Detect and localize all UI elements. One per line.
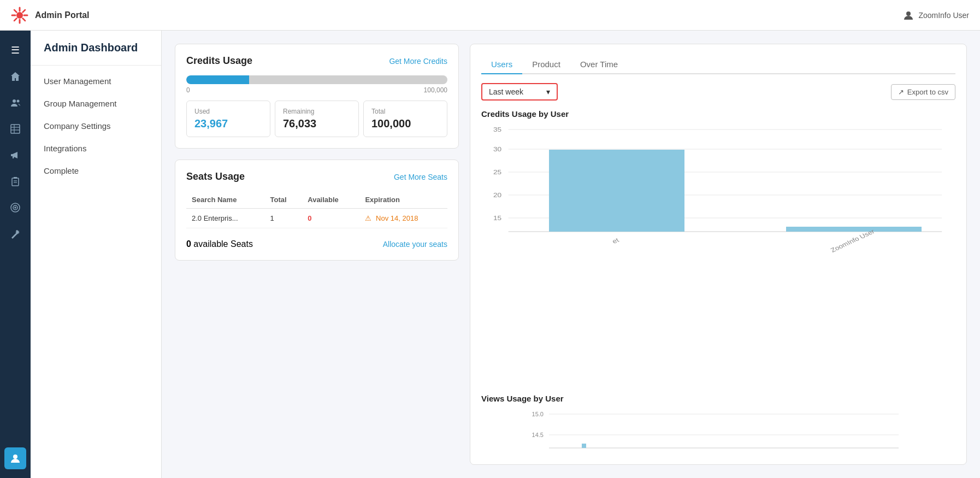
warning-icon: ⚠	[365, 214, 371, 222]
svg-line-7	[23, 10, 26, 13]
svg-text:25: 25	[493, 169, 501, 175]
svg-text:35: 35	[493, 126, 501, 133]
text-sidebar: Admin Dashboard User Management Group Ma…	[31, 31, 162, 478]
svg-text:14.5: 14.5	[532, 432, 544, 438]
bar-chart-2: 15.0 14.5	[481, 410, 955, 453]
bar-zoominfo-user	[786, 227, 922, 232]
col-total: Total	[265, 191, 303, 209]
credits-card-header: Credits Usage Get More Credits	[186, 55, 447, 67]
megaphone-nav-icon[interactable]	[4, 144, 26, 166]
table-nav-icon[interactable]	[4, 118, 26, 140]
svg-point-21	[15, 207, 16, 208]
col-expiration: Expiration	[359, 191, 447, 209]
col-search-name: Search Name	[186, 191, 265, 209]
credits-usage-bar: 0 100,000	[186, 75, 447, 94]
sidebar-item-company-settings[interactable]: Company Settings	[31, 115, 161, 137]
credits-title: Credits Usage	[186, 55, 252, 67]
filter-row: Last week ▾ ↗ Export to csv	[481, 83, 955, 101]
bar-chart-svg-1: 35 30 25 20 15	[481, 125, 955, 256]
chevron-down-icon: ▾	[546, 87, 550, 96]
sidebar-item-integrations[interactable]: Integrations	[31, 137, 161, 160]
stat-remaining: Remaining 76,033	[275, 101, 359, 137]
users-nav-icon[interactable]	[4, 92, 26, 114]
date-filter-label: Last week	[489, 87, 523, 96]
svg-point-11	[17, 100, 20, 103]
home-nav-icon[interactable]	[4, 66, 26, 87]
usage-bar-fill	[186, 75, 249, 84]
tab-product[interactable]: Product	[522, 55, 570, 74]
export-icon: ↗	[898, 88, 904, 96]
bar-chart-1: 35 30 25 20 15	[481, 125, 955, 256]
export-label: Export to csv	[907, 88, 948, 96]
svg-point-0	[16, 12, 23, 19]
credits-card: Credits Usage Get More Credits 0 100,000…	[175, 44, 459, 149]
target-nav-icon[interactable]	[4, 197, 26, 219]
allocate-seats-link[interactable]: Allocate your seats	[383, 240, 447, 249]
top-nav: Admin Portal ZoomInfo User	[0, 0, 980, 31]
sidebar-item-complete[interactable]: Complete	[31, 160, 161, 182]
svg-point-22	[13, 455, 17, 459]
svg-point-9	[906, 11, 911, 16]
svg-rect-12	[11, 125, 20, 133]
svg-text:20: 20	[493, 192, 501, 198]
date-filter-select[interactable]: Last week ▾	[481, 83, 558, 101]
usage-bar-labels: 0 100,000	[186, 86, 447, 94]
bar-label-min: 0	[186, 86, 190, 94]
svg-text:et: et	[611, 237, 621, 245]
seats-table-header-row: Search Name Total Available Expiration	[186, 191, 447, 209]
seats-table-head: Search Name Total Available Expiration	[186, 191, 447, 209]
expiration-text: Nov 14, 2018	[376, 214, 418, 222]
svg-rect-16	[12, 178, 19, 186]
seats-table-body: 2.0 Enterpris... 1 0 ⚠ Nov 14, 2018	[186, 209, 447, 228]
svg-point-10	[13, 99, 16, 103]
row-name: 2.0 Enterpris...	[186, 209, 265, 228]
stat-remaining-label: Remaining	[283, 108, 351, 115]
seats-card: Seats Usage Get More Seats Search Name T…	[175, 160, 459, 261]
tab-over-time[interactable]: Over Time	[570, 55, 628, 74]
stat-used: Used 23,967	[186, 101, 270, 137]
main-layout: ☰ Admin Dashboard User Management Gro	[0, 31, 980, 478]
top-nav-left: Admin Portal	[11, 7, 90, 24]
clipboard-nav-icon[interactable]	[4, 170, 26, 192]
seats-available-text: 0 available Seats	[186, 239, 253, 249]
hamburger-nav-icon[interactable]: ☰	[4, 39, 26, 61]
tabs: Users Product Over Time	[481, 55, 955, 74]
icon-sidebar: ☰	[0, 31, 31, 478]
right-panel: Users Product Over Time Last week ▾ ↗ Ex…	[470, 44, 967, 465]
chart2-title: Views Usage by User	[481, 394, 955, 403]
stat-total-label: Total	[371, 108, 439, 115]
sidebar-item-user-management[interactable]: User Management	[31, 70, 161, 92]
svg-text:15.0: 15.0	[532, 411, 544, 417]
row-available: 0	[302, 209, 359, 228]
stat-used-label: Used	[194, 108, 262, 115]
get-more-credits-link[interactable]: Get More Credits	[389, 57, 447, 66]
row-total: 1	[265, 209, 303, 228]
usage-bar-track	[186, 75, 447, 84]
top-nav-right: ZoomInfo User	[903, 10, 969, 21]
svg-line-5	[14, 10, 17, 13]
get-more-seats-link[interactable]: Get More Seats	[394, 173, 447, 181]
chart-views-usage: Views Usage by User 15.0 14.5	[481, 394, 955, 453]
available-zero-value: 0	[308, 214, 311, 222]
bar-chart2-bar	[582, 444, 586, 448]
sidebar-item-group-management[interactable]: Group Management	[31, 92, 161, 115]
credits-stats: Used 23,967 Remaining 76,033 Total 100,0…	[186, 101, 447, 137]
row-expiration: ⚠ Nov 14, 2018	[359, 209, 447, 228]
stat-remaining-value: 76,033	[283, 117, 351, 130]
wand-nav-icon[interactable]	[4, 223, 26, 245]
bar-label-max: 100,000	[424, 86, 447, 94]
svg-text:15: 15	[493, 215, 501, 221]
export-csv-button[interactable]: ↗ Export to csv	[891, 84, 955, 100]
stat-used-value: 23,967	[194, 117, 262, 130]
svg-text:30: 30	[493, 146, 501, 152]
logo-icon	[11, 7, 28, 24]
bar-et	[549, 150, 684, 232]
user-name: ZoomInfo User	[918, 11, 969, 20]
left-panels: Credits Usage Get More Credits 0 100,000…	[175, 44, 459, 465]
bottom-user-nav-icon[interactable]	[4, 447, 26, 469]
chart-credits-usage: Credits Usage by User 35 30 25 20 15	[481, 109, 955, 385]
seats-available-row: 0 available Seats Allocate your seats	[186, 235, 447, 249]
chart1-title: Credits Usage by User	[481, 109, 955, 119]
col-available: Available	[302, 191, 359, 209]
tab-users[interactable]: Users	[481, 55, 522, 74]
